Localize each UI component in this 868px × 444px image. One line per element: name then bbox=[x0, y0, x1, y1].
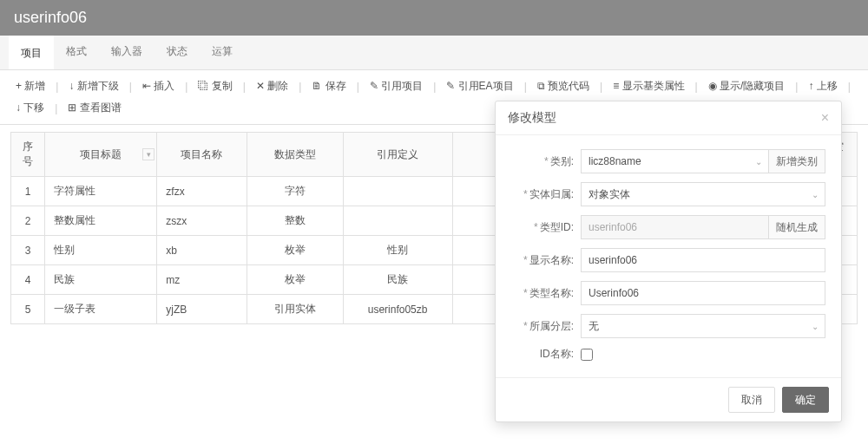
toolbar-separator: | bbox=[793, 81, 799, 93]
toolbar-separator: | bbox=[54, 81, 60, 93]
cell-ref: 民族 bbox=[343, 265, 452, 295]
edit-model-dialog: 修改模型 × *类别: ⌄ 新增类别 *实体归属: ⌄ *类型ID: bbox=[495, 101, 842, 331]
toolbar-btn-0[interactable]: + 新增 bbox=[10, 77, 50, 95]
toolbar-separator: | bbox=[846, 81, 852, 93]
toolbar-separator: | bbox=[431, 81, 437, 93]
dialog-title: 修改模型 bbox=[508, 110, 556, 126]
toolbar-separator: | bbox=[694, 81, 700, 93]
toolbar-btn-1[interactable]: ↓ 新增下级 bbox=[63, 77, 123, 95]
toolbar-separator: | bbox=[297, 81, 303, 93]
typeid-input bbox=[581, 215, 769, 239]
toolbar-separator: | bbox=[241, 81, 247, 93]
cell-seq: 5 bbox=[11, 295, 45, 324]
main-tabs: 项目格式输入器状态运算 bbox=[0, 36, 868, 70]
cell-name: mz bbox=[157, 265, 247, 295]
cell-seq: 4 bbox=[11, 265, 45, 295]
add-category-button[interactable]: 新增类别 bbox=[769, 149, 825, 173]
layer-select[interactable] bbox=[581, 314, 825, 331]
toolbar-btn-2[interactable]: ⇤ 插入 bbox=[137, 77, 180, 95]
toolbar-separator: | bbox=[53, 102, 59, 114]
layer-label: *所属分层: bbox=[511, 319, 581, 332]
dialog-body: *类别: ⌄ 新增类别 *实体归属: ⌄ *类型ID: 随机生成 bbox=[496, 135, 841, 331]
cell-seq: 1 bbox=[11, 177, 45, 206]
category-select[interactable] bbox=[581, 149, 769, 173]
typename-label: *类型名称: bbox=[511, 286, 581, 301]
col-title[interactable]: 项目标题 ▾ bbox=[45, 133, 157, 177]
app-title: userinfo06 bbox=[14, 9, 87, 26]
cell-dtype: 枚举 bbox=[247, 265, 343, 295]
cell-ref: userinfo05zb bbox=[343, 295, 452, 324]
toolbar-btn-6[interactable]: ✎ 引用项目 bbox=[365, 77, 428, 95]
dialog-header: 修改模型 × bbox=[496, 101, 841, 135]
cell-title[interactable]: 整数属性 bbox=[45, 206, 157, 236]
toolbar-btn-9[interactable]: ≡ 显示基类属性 bbox=[608, 77, 689, 95]
tab-3[interactable]: 状态 bbox=[155, 36, 200, 69]
cell-ref bbox=[343, 177, 452, 206]
col-title-dropdown-icon[interactable]: ▾ bbox=[142, 148, 155, 160]
toolbar-btn-13[interactable]: ⊞ 查看图谱 bbox=[62, 99, 126, 117]
cell-name: xb bbox=[157, 236, 247, 265]
toolbar-btn-8[interactable]: ⧉ 预览代码 bbox=[532, 77, 595, 95]
typeid-label: *类型ID: bbox=[511, 220, 581, 235]
cell-title[interactable]: 字符属性 bbox=[45, 177, 157, 206]
col-ref[interactable]: 引用定义 bbox=[343, 133, 452, 177]
cell-ref bbox=[343, 206, 452, 236]
col-seq[interactable]: 序号 bbox=[11, 133, 45, 177]
category-label: *类别: bbox=[511, 154, 581, 169]
cell-dtype: 整数 bbox=[247, 206, 343, 236]
col-name[interactable]: 项目名称 bbox=[157, 133, 247, 177]
toolbar-separator: | bbox=[128, 81, 134, 93]
toolbar-btn-7[interactable]: ✎ 引用EA项目 bbox=[441, 77, 518, 95]
toolbar-btn-10[interactable]: ◉ 显示/隐藏项目 bbox=[703, 77, 791, 95]
cell-name: zfzx bbox=[157, 177, 247, 206]
entity-label: *实体归属: bbox=[511, 187, 581, 202]
app-header: userinfo06 bbox=[0, 0, 868, 36]
toolbar-separator: | bbox=[523, 81, 529, 93]
tab-4[interactable]: 运算 bbox=[200, 36, 245, 69]
toolbar-btn-11[interactable]: ↑ 上移 bbox=[803, 77, 842, 95]
cell-seq: 3 bbox=[11, 236, 45, 265]
toolbar-btn-4[interactable]: ✕ 删除 bbox=[251, 77, 293, 95]
cell-title[interactable]: 民族 bbox=[45, 265, 157, 295]
display-label: *显示名称: bbox=[511, 253, 581, 268]
toolbar-separator: | bbox=[598, 81, 604, 93]
toolbar-btn-3[interactable]: ⿻ 复制 bbox=[193, 77, 237, 95]
tab-1[interactable]: 格式 bbox=[54, 36, 99, 69]
close-icon[interactable]: × bbox=[821, 110, 829, 126]
cell-ref: 性别 bbox=[343, 236, 452, 265]
cell-dtype: 字符 bbox=[247, 177, 343, 206]
cell-dtype: 引用实体 bbox=[247, 295, 343, 324]
display-name-input[interactable] bbox=[581, 248, 825, 272]
toolbar-btn-5[interactable]: 🗎 保存 bbox=[306, 77, 351, 95]
toolbar-separator: | bbox=[183, 81, 189, 93]
cell-title[interactable]: 性别 bbox=[45, 236, 157, 265]
random-generate-button[interactable]: 随机生成 bbox=[769, 215, 825, 239]
cell-dtype: 枚举 bbox=[247, 236, 343, 265]
type-name-input[interactable] bbox=[581, 281, 825, 305]
toolbar-btn-12[interactable]: ↓ 下移 bbox=[10, 99, 49, 117]
cell-name: zszx bbox=[157, 206, 247, 236]
cell-title[interactable]: 一级子表 bbox=[45, 295, 157, 324]
cell-name: yjZB bbox=[157, 295, 247, 324]
entity-select[interactable] bbox=[581, 182, 825, 206]
tab-2[interactable]: 输入器 bbox=[99, 36, 155, 69]
toolbar-separator: | bbox=[355, 81, 361, 93]
tab-0[interactable]: 项目 bbox=[9, 36, 54, 69]
cell-seq: 2 bbox=[11, 206, 45, 236]
col-dtype[interactable]: 数据类型 bbox=[247, 133, 343, 177]
